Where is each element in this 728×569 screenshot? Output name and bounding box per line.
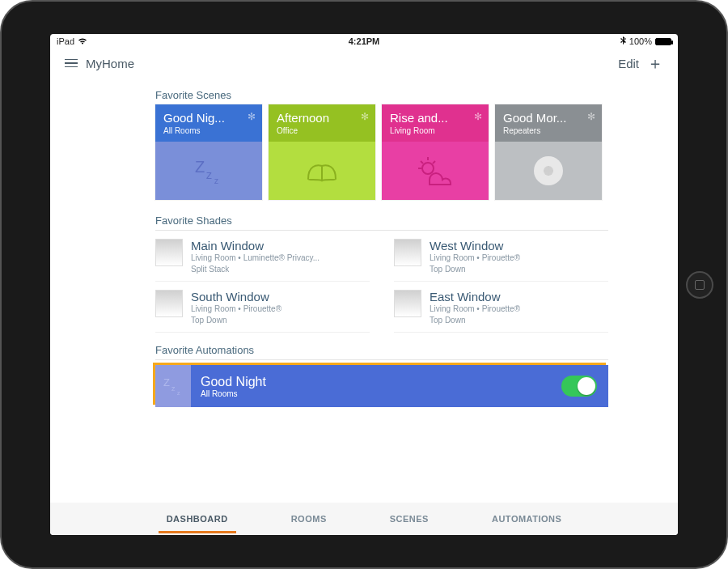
sun-cloud-icon [382,142,489,200]
shade-name: West Window [430,239,520,253]
ipad-bezel: iPad 4:21PM 100% MyHome Edit ＋ [0,0,728,569]
shade-item-east-window[interactable]: East Window Living Room • Pirouette® Top… [394,287,608,333]
shade-meta: Living Room • Pirouette® [430,304,520,315]
shade-name: East Window [430,290,520,304]
automation-title: Good Night [201,375,266,389]
svg-text:Z: Z [163,376,170,389]
tab-automations[interactable]: AUTOMATIONS [489,504,565,533]
scene-subtitle: Living Room [390,126,480,135]
shade-meta: Top Down [191,315,281,326]
tab-bar: DASHBOARD ROOMS SCENES AUTOMATIONS [50,503,678,535]
screen: iPad 4:21PM 100% MyHome Edit ＋ [50,34,678,535]
svg-text:Z: Z [195,158,205,176]
shade-meta: Living Room • Pirouette® [430,253,520,264]
shade-item-main-window[interactable]: Main Window Living Room • Luminette® Pri… [155,236,370,282]
scene-title: Good Mor... [503,111,584,125]
shades-heading: Favorite Shades [155,214,608,227]
repeater-icon [495,142,602,200]
zzz-icon: Zzz [155,365,191,407]
automations-heading: Favorite Automations [155,344,608,356]
automation-subtitle: All Rooms [201,389,266,398]
scene-card-afternoon[interactable]: Afternoon Office ✻ [269,104,375,200]
tab-scenes[interactable]: SCENES [387,504,432,533]
app-header: MyHome Edit ＋ [50,49,678,78]
home-button[interactable] [686,271,713,299]
scene-subtitle: Office [277,126,367,135]
scene-card-rise-and-shine[interactable]: Rise and... Living Room ✻ [382,104,489,200]
scene-card-good-night[interactable]: Good Nig... All Rooms ✻ Zzz [155,104,262,200]
shade-meta: Living Room • Pirouette® [191,304,281,315]
shade-item-south-window[interactable]: South Window Living Room • Pirouette® To… [155,287,370,333]
automation-card-good-night[interactable]: Zzz Good Night All Rooms [155,365,608,407]
scene-title: Good Nig... [163,111,244,125]
device-label: iPad [57,36,74,46]
svg-text:z: z [177,390,180,396]
svg-point-3 [422,163,434,174]
edit-button[interactable]: Edit [618,57,639,70]
scene-subtitle: Repeaters [503,126,594,135]
gear-icon[interactable]: ✻ [587,111,595,122]
divider [155,230,608,231]
scene-subtitle: All Rooms [163,126,254,135]
wifi-icon [78,36,87,46]
svg-line-7 [433,161,435,163]
shade-meta: Split Stack [191,264,320,275]
shade-thumbnail [394,290,421,317]
scene-card-good-morning[interactable]: Good Mor... Repeaters ✻ [495,104,602,200]
shade-meta: Top Down [430,315,520,326]
scene-title: Rise and... [390,111,471,125]
scenes-heading: Favorite Scenes [155,89,608,101]
battery-icon [655,38,671,45]
svg-text:z: z [214,176,218,185]
scenes-row: Good Nig... All Rooms ✻ Zzz Afternoon Of… [155,104,608,200]
shade-thumbnail [155,239,183,266]
shade-thumbnail [394,239,421,266]
status-bar: iPad 4:21PM 100% [50,34,678,49]
automation-toggle[interactable] [561,376,597,397]
svg-text:z: z [171,384,176,393]
tab-dashboard[interactable]: DASHBOARD [163,504,231,533]
add-button[interactable]: ＋ [647,53,663,74]
svg-text:z: z [206,168,212,181]
page-title: MyHome [86,57,134,70]
scene-title: Afternoon [277,111,358,125]
bluetooth-icon [620,36,626,47]
shade-name: South Window [191,290,281,304]
gear-icon[interactable]: ✻ [248,111,256,122]
gear-icon[interactable]: ✻ [474,111,482,122]
gear-icon[interactable]: ✻ [361,111,369,122]
shade-meta: Top Down [430,264,520,275]
book-icon [269,142,375,200]
content: Favorite Scenes Good Nig... All Rooms ✻ … [50,78,678,503]
clock: 4:21PM [349,36,380,46]
shade-name: Main Window [191,239,320,253]
shade-meta: Living Room • Luminette® Privacy... [191,253,320,264]
shade-thumbnail [155,290,183,317]
zzz-icon: Zzz [155,142,262,200]
battery-label: 100% [629,36,652,46]
shades-grid: Main Window Living Room • Luminette® Pri… [155,236,608,333]
shade-item-west-window[interactable]: West Window Living Room • Pirouette® Top… [394,236,608,282]
menu-icon[interactable] [65,59,78,68]
divider [155,359,608,360]
svg-line-6 [421,161,423,163]
tab-rooms[interactable]: ROOMS [288,504,330,533]
